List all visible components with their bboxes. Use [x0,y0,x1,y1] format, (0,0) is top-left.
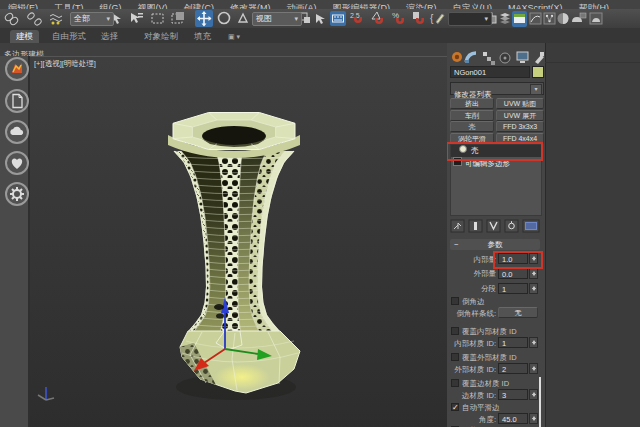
document-icon[interactable] [5,89,29,113]
angle-field-spinner[interactable] [529,413,538,424]
ribbon-panel-strip[interactable]: 多边形建模 [0,43,447,57]
ribbon-tab-3[interactable]: 对象绘制 [138,30,184,43]
outer-mat-id-field[interactable]: 2 [498,363,528,374]
command-panel: NGon001 修改器列表 ▾ 挤出UVW 贴图车削UVW 展开壳FFD 3x3… [447,43,640,427]
override-outer-checkbox-label: 覆盖外部材质 ID [462,353,517,363]
param-label: 外部量 [456,269,496,279]
edge-mat-id-field[interactable]: 3 [498,389,528,400]
param-label: 内部量 [456,255,496,265]
left-dock-strip [0,56,30,427]
ribbon-tab-4[interactable]: 填充 [188,30,217,43]
ribbon-tab-0[interactable]: 建模 [10,30,39,43]
window-crossing-icon[interactable] [172,12,184,23]
graphite-ribbon-toggle-icon[interactable] [512,11,527,27]
override-edge-checkbox-label: 覆盖边材质 ID [462,379,509,389]
bevel-edges-checkbox-label: 倒角边 [462,297,485,307]
spinner-snap-icon[interactable] [413,12,424,24]
select-and-move-icon[interactable] [195,10,213,27]
main-toolbar: 2.5 % { M [0,9,640,29]
keyboard-shortcut-override-icon[interactable] [330,11,346,26]
inner-mat-id-field-spinner[interactable] [529,337,538,348]
bevel-edges-checkbox[interactable] [451,297,459,305]
override-inner-checkbox-label: 覆盖内部材质 ID [462,327,517,337]
override-outer-checkbox[interactable] [451,353,459,361]
angle-field[interactable]: 45.0 [498,413,528,424]
param-label: 边材质 ID: [452,391,496,401]
override-inner-checkbox[interactable] [451,327,459,335]
angle-snap-icon[interactable] [372,12,383,24]
annotation-box-inner-amount [493,251,543,269]
material-editor-icon[interactable] [558,13,569,24]
ribbon-tab-2[interactable]: 选择 [95,30,124,43]
select-and-manipulate-icon[interactable] [316,14,325,24]
edge-mat-id-field-spinner[interactable] [529,389,538,400]
gear-icon[interactable] [5,182,29,206]
outer-amount-field-spinner[interactable] [529,268,538,279]
inner-mat-id-field[interactable]: 1 [498,337,528,348]
snap-toggle-icon[interactable]: 2.5 [350,12,362,23]
select-by-name-icon[interactable] [131,13,143,23]
select-and-link-icon[interactable] [4,12,19,26]
segments-field-spinner[interactable] [529,283,538,294]
manage-layers-icon[interactable] [500,13,510,24]
3dsmax-logo-icon[interactable] [5,57,29,81]
svg-text:{: { [430,13,434,24]
param-label: 分段 [456,284,496,294]
segments-field[interactable]: 1 [498,283,528,294]
param-label: 内部材质 ID: [452,339,496,349]
rectangular-selection-icon[interactable] [152,14,163,23]
rendered-frame-window-icon[interactable] [590,13,602,24]
curve-editor-icon[interactable] [530,13,541,24]
schematic-view-icon[interactable] [544,13,555,24]
select-and-rotate-icon[interactable] [219,13,230,24]
param-label: 倒角样条线: [448,309,496,319]
heart-icon[interactable] [5,151,29,175]
auto-smooth-checkbox-label: 自动平滑边 [462,403,500,413]
unlink-selection-icon[interactable] [27,12,43,26]
outer-amount-field[interactable]: 0.0 [498,268,528,279]
ribbon-tab-1[interactable]: 自由形式 [46,30,92,43]
param-label: 角度: [466,415,496,425]
outer-mat-id-field-spinner[interactable] [529,363,538,374]
bevel-spline-button[interactable]: 无 [498,307,538,318]
viewport[interactable]: [+][透视][明暗处理] [30,56,447,427]
panel-scrollbar[interactable] [539,377,541,427]
auto-smooth-checkbox[interactable]: ✓ [451,403,459,411]
param-label: 外部材质 ID: [452,365,496,375]
ribbon-tab-bar: 建模自由形式选择对象绘制填充▣ ▾ [0,28,640,43]
select-and-scale-icon[interactable] [239,14,247,22]
override-edge-checkbox[interactable] [451,379,459,387]
selection-filter-dropdown[interactable]: 全部▾ [70,12,114,26]
render-setup-icon[interactable] [572,13,586,22]
ribbon-display-options-icon[interactable]: ▣ ▾ [222,30,246,43]
annotation-box-shell [446,142,543,161]
bind-to-space-warp-icon[interactable] [50,15,62,25]
parameters-rollout-body: 内部量1.0外部量0.0分段1倒角边倒角样条线:无覆盖内部材质 ID内部材质 I… [447,43,545,427]
edit-named-selection-sets-icon[interactable]: { [430,13,444,24]
named-selection-sets-dropdown[interactable]: ▾ [448,12,492,26]
reference-coordinate-dropdown[interactable]: 视图▾ [252,12,302,26]
cloud-icon[interactable] [5,120,29,144]
percent-snap-icon[interactable]: % [392,11,404,24]
